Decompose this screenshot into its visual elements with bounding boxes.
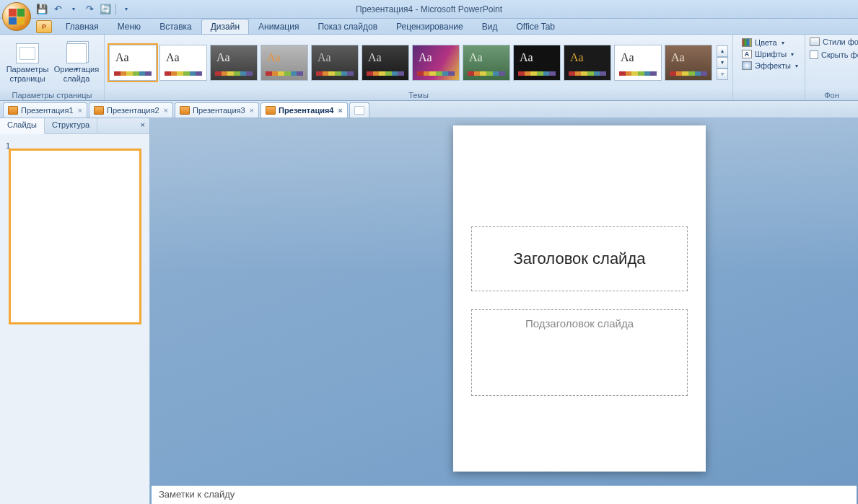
theme-thumbnail[interactable]: Aa <box>109 45 157 81</box>
tab-animation[interactable]: Анимация <box>249 19 308 34</box>
panel-tab-outline[interactable]: Структура <box>45 118 97 133</box>
theme-thumbnail[interactable]: Aa <box>412 45 460 81</box>
slide-canvas[interactable]: Заголовок слайда Подзаголовок слайда <box>150 118 858 485</box>
theme-effects-button[interactable]: Эффекты▾ <box>740 61 800 71</box>
theme-fonts-button[interactable]: AШрифты▾ <box>740 49 800 59</box>
tab-review[interactable]: Рецензирование <box>387 19 473 34</box>
window-title: Презентация4 - Microsoft PowerPoint <box>356 4 502 14</box>
theme-thumbnail[interactable]: Aa <box>665 45 712 81</box>
document-tab[interactable]: Презентация3× <box>175 102 259 118</box>
theme-colors-button[interactable]: Цвета▾ <box>740 37 800 48</box>
new-document-tab[interactable] <box>349 102 369 118</box>
page-icon <box>16 43 39 63</box>
page-setup-label: Параметры страницы <box>4 65 51 83</box>
chevron-down-icon: ▾ <box>791 51 794 58</box>
document-tab-label: Презентация2 <box>107 106 159 115</box>
group-page-setup: Параметры страницы Ориентация слайда Пар… <box>0 35 105 100</box>
colors-icon <box>742 38 752 47</box>
workspace: Слайды Структура × 1 Заголовок слайда По… <box>0 118 858 504</box>
tab-home[interactable]: Главная <box>56 19 108 34</box>
slide[interactable]: Заголовок слайда Подзаголовок слайда <box>453 125 706 472</box>
slide-thumbnail[interactable] <box>10 150 140 323</box>
background-styles-button[interactable]: Стили фона <box>810 37 858 46</box>
ribbon-tab-strip: P Главная Меню Вставка Дизайн Анимация П… <box>0 19 858 35</box>
theme-thumbnail[interactable]: Aa <box>614 45 662 81</box>
theme-thumbnail[interactable]: Aa <box>463 45 510 81</box>
theme-thumbnail[interactable]: Aa <box>513 45 561 81</box>
theme-thumbnail[interactable]: Aa <box>362 45 409 81</box>
document-tab-label: Презентация1 <box>21 106 74 115</box>
page-setup-button[interactable]: Параметры страницы <box>4 42 51 83</box>
theme-fonts-label: Шрифты <box>755 50 787 58</box>
ribbon: Параметры страницы Ориентация слайда Пар… <box>0 35 858 101</box>
gallery-up-icon[interactable]: ▴ <box>717 45 728 57</box>
bg-styles-label: Стили фона <box>823 37 858 46</box>
slides-panel: Слайды Структура × 1 <box>0 118 150 504</box>
panel-close-button[interactable]: × <box>136 118 149 133</box>
document-tab[interactable]: Презентация1× <box>3 102 87 118</box>
theme-effects-label: Эффекты <box>755 61 791 70</box>
tab-insert[interactable]: Вставка <box>150 19 201 34</box>
bg-styles-icon <box>810 37 820 46</box>
panel-tab-slides[interactable]: Слайды <box>0 118 45 134</box>
office-button[interactable] <box>2 2 31 31</box>
close-icon[interactable]: × <box>338 106 342 115</box>
refresh-icon[interactable]: 🔄 <box>100 4 111 15</box>
group-themes: AaAaAaAaAaAaAaAaAaAaAaAa▴▾▿ Темы <box>105 35 733 100</box>
checkbox-icon <box>810 50 818 59</box>
group-theme-options: Цвета▾ AШрифты▾ Эффекты▾ <box>733 35 805 100</box>
theme-thumbnail[interactable]: Aa <box>210 45 258 81</box>
tab-slideshow[interactable]: Показ слайдов <box>308 19 387 34</box>
slide-orientation-button[interactable]: Ориентация слайда <box>53 42 100 83</box>
powerpoint-doc-icon <box>8 106 18 115</box>
tab-officetab[interactable]: Office Tab <box>507 19 564 34</box>
hide-bg-label: Скрыть фоновые рисунки <box>821 50 858 59</box>
chevron-down-icon: ▾ <box>782 40 784 46</box>
redo-icon[interactable]: ↷ <box>84 4 95 15</box>
effects-icon <box>742 61 752 70</box>
document-tab-label: Презентация3 <box>193 106 245 115</box>
theme-thumbnail[interactable]: Aa <box>159 45 207 81</box>
new-doc-icon <box>354 106 364 115</box>
save-icon[interactable]: 💾 <box>36 4 48 15</box>
undo-icon[interactable]: ↶ <box>52 4 64 15</box>
quick-access-toolbar: 💾 ↶ ▾ ↷ 🔄 ▾ <box>36 4 132 15</box>
qat-customize-icon[interactable]: ▾ <box>121 4 132 15</box>
title-placeholder[interactable]: Заголовок слайда <box>471 226 688 291</box>
orientation-icon <box>66 43 87 63</box>
close-icon[interactable]: × <box>164 106 168 115</box>
theme-thumbnail[interactable]: Aa <box>261 45 308 81</box>
editor-area: Заголовок слайда Подзаголовок слайда Зам… <box>150 118 858 504</box>
gallery-down-icon[interactable]: ▾ <box>717 57 728 68</box>
gallery-more-icon[interactable]: ▿ <box>717 68 728 80</box>
title-bar: 💾 ↶ ▾ ↷ 🔄 ▾ Презентация4 - Microsoft Pow… <box>0 0 858 19</box>
close-icon[interactable]: × <box>78 106 82 115</box>
theme-gallery-spinner[interactable]: ▴▾▿ <box>717 45 728 80</box>
document-tab[interactable]: Презентация4× <box>261 102 348 118</box>
document-tab[interactable]: Презентация2× <box>89 102 173 118</box>
document-tab-bar: Презентация1×Презентация2×Презентация3×П… <box>0 101 858 118</box>
theme-thumbnail[interactable]: Aa <box>311 45 359 81</box>
tab-view[interactable]: Вид <box>473 19 507 34</box>
chevron-down-icon: ▾ <box>795 63 798 69</box>
powerpoint-icon[interactable]: P <box>36 20 52 33</box>
undo-more-icon[interactable]: ▾ <box>68 4 79 15</box>
tab-menu[interactable]: Меню <box>108 19 150 34</box>
close-icon[interactable]: × <box>250 106 254 115</box>
hide-bg-graphics-checkbox[interactable]: Скрыть фоновые рисунки <box>810 50 858 59</box>
slide-number: 1 <box>6 141 10 150</box>
qat-separator <box>115 4 116 15</box>
subtitle-placeholder[interactable]: Подзаголовок слайда <box>471 309 688 396</box>
group-theme-options-label <box>733 90 805 100</box>
fonts-icon: A <box>742 50 752 58</box>
powerpoint-doc-icon <box>180 106 190 115</box>
group-themes-label: Темы <box>105 90 732 100</box>
thumbnails-area[interactable]: 1 <box>0 134 149 504</box>
group-background: Стили фона Скрыть фоновые рисунки Фон <box>805 35 858 100</box>
tab-design[interactable]: Дизайн <box>201 19 249 34</box>
powerpoint-doc-icon <box>94 106 104 115</box>
theme-thumbnail[interactable]: Aa <box>564 45 611 81</box>
theme-colors-label: Цвета <box>755 38 777 47</box>
group-page-setup-label: Параметры страницы <box>0 90 104 100</box>
group-background-label: Фон <box>805 90 858 100</box>
